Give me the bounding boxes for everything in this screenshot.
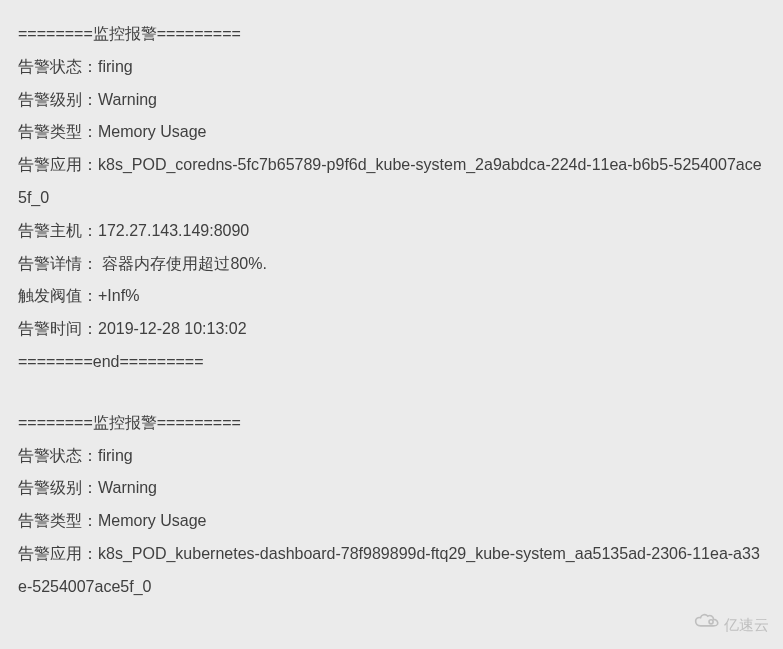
alert-row-value: 2019-12-28 10:13:02 (98, 320, 247, 337)
alert-row-label: 告警主机： (18, 222, 98, 239)
alert-block: ========监控报警=========告警状态：firing告警级别：War… (18, 407, 765, 604)
alert-row-value: Memory Usage (98, 123, 206, 140)
alert-row: 告警类型：Memory Usage (18, 505, 765, 538)
alerts-container: ========监控报警=========告警状态：firing告警级别：War… (18, 18, 765, 604)
alert-row: 告警详情： 容器内存使用超过80%. (18, 248, 765, 281)
alert-row: 告警主机：172.27.143.149:8090 (18, 215, 765, 248)
alert-row-label: 告警类型： (18, 512, 98, 529)
cloud-icon (694, 610, 720, 641)
alert-row-value: 容器内存使用超过80%. (98, 255, 267, 272)
alert-row-value: k8s_POD_kubernetes-dashboard-78f989899d-… (18, 545, 760, 595)
alert-row: 告警类型：Memory Usage (18, 116, 765, 149)
alert-row-label: 告警时间： (18, 320, 98, 337)
alert-row: 告警应用：k8s_POD_coredns-5fc7b65789-p9f6d_ku… (18, 149, 765, 215)
alert-row-value: k8s_POD_coredns-5fc7b65789-p9f6d_kube-sy… (18, 156, 762, 206)
alert-row-value: Memory Usage (98, 512, 206, 529)
alert-row-label: 告警类型： (18, 123, 98, 140)
alert-row-label: 告警状态： (18, 447, 98, 464)
alert-row-value: 172.27.143.149:8090 (98, 222, 249, 239)
alert-row-value: firing (98, 58, 133, 75)
alert-row-label: 告警应用： (18, 545, 98, 562)
alert-row: 告警应用：k8s_POD_kubernetes-dashboard-78f989… (18, 538, 765, 604)
svg-point-0 (709, 620, 713, 624)
alert-row-label: 告警级别： (18, 91, 98, 108)
alert-footer: ========end========= (18, 346, 765, 379)
alert-row-label: 告警状态： (18, 58, 98, 75)
alert-row-value: Warning (98, 479, 157, 496)
alert-header: ========监控报警========= (18, 18, 765, 51)
watermark: 亿速云 (694, 610, 769, 641)
alert-row-label: 触发阀值： (18, 287, 98, 304)
alert-row: 告警时间：2019-12-28 10:13:02 (18, 313, 765, 346)
alert-block: ========监控报警=========告警状态：firing告警级别：War… (18, 18, 765, 379)
alert-row: 告警级别：Warning (18, 472, 765, 505)
alert-row-value: +Inf% (98, 287, 139, 304)
alert-row: 触发阀值：+Inf% (18, 280, 765, 313)
alert-row-value: Warning (98, 91, 157, 108)
alert-row: 告警状态：firing (18, 51, 765, 84)
alert-row-label: 告警应用： (18, 156, 98, 173)
alert-row-value: firing (98, 447, 133, 464)
alert-row-label: 告警详情： (18, 255, 98, 272)
watermark-text: 亿速云 (724, 610, 769, 641)
alert-row: 告警状态：firing (18, 440, 765, 473)
alert-row-label: 告警级别： (18, 479, 98, 496)
alert-header: ========监控报警========= (18, 407, 765, 440)
alert-row: 告警级别：Warning (18, 84, 765, 117)
